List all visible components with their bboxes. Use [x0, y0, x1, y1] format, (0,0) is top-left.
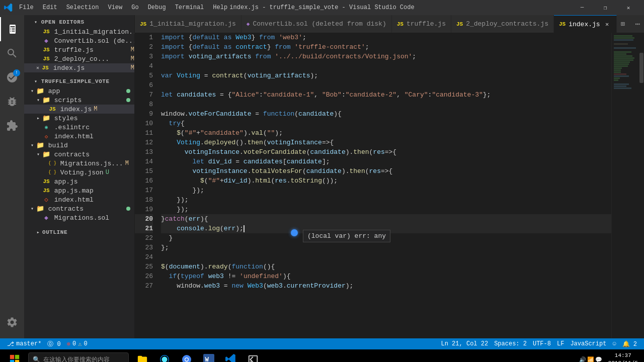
- folder-build[interactable]: ▾ 📁 build: [24, 141, 134, 150]
- systray-icon[interactable]: 🔊: [579, 356, 586, 363]
- folder-icon: 📁: [36, 87, 44, 95]
- status-notifications[interactable]: 🔔 2: [619, 338, 640, 349]
- taskbar-chrome[interactable]: [176, 350, 197, 362]
- menu-view[interactable]: View: [104, 3, 126, 12]
- taskbar-vscode[interactable]: [220, 350, 242, 362]
- menu-selection[interactable]: Selection: [62, 3, 103, 12]
- tab-1-initial-migration[interactable]: JS 1_initial_migration.js: [135, 15, 242, 33]
- taskbar-file-explorer[interactable]: [132, 350, 153, 362]
- restore-button[interactable]: ❐: [594, 0, 617, 15]
- start-button[interactable]: [2, 350, 27, 362]
- folder-icon: 📁: [36, 141, 44, 149]
- activity-settings[interactable]: [0, 310, 24, 334]
- close-icon[interactable]: ✕: [34, 65, 41, 71]
- file-index-html[interactable]: ▸ ◇ index.html: [24, 132, 134, 141]
- status-position[interactable]: Ln 21, Col 22: [438, 338, 492, 349]
- menu-go[interactable]: Go: [127, 3, 142, 12]
- file-migrations-js[interactable]: ▸ { } Migrations.js... M: [24, 159, 134, 168]
- root-folder-header[interactable]: ▾ TRUFFLE_SIMPLE_VOTE: [24, 74, 134, 86]
- file-index-js[interactable]: ▸ JS index.js M: [24, 105, 134, 114]
- status-sync[interactable]: ⓪ 0: [44, 338, 63, 349]
- minimize-button[interactable]: ─: [571, 0, 594, 15]
- tab-index-js[interactable]: JS index.js ✕: [554, 15, 617, 33]
- taskbar-edge[interactable]: [154, 350, 175, 362]
- file-migrations-sol[interactable]: ▸ ◆ Migrations.sol: [24, 213, 134, 222]
- folder-icon: 📁: [36, 205, 44, 213]
- code-line: [161, 80, 611, 90]
- code-content[interactable]: import {default as Web3} from 'web3'; im…: [157, 33, 611, 338]
- minimap[interactable]: [611, 33, 639, 338]
- tab-convertlib[interactable]: ◆ ConvertLib.sol (deleted from disk): [242, 15, 392, 33]
- tab-truffle[interactable]: JS truffle.js: [392, 15, 451, 33]
- file-app-js[interactable]: ▸ JS app.js: [24, 177, 134, 186]
- status-line-ending[interactable]: LF: [554, 338, 567, 349]
- folder-app[interactable]: ▾ 📁 app: [24, 86, 134, 96]
- status-bar: ⎇ master* ⓪ 0 ⊗ 0 ⚠ 0 Ln 21, Col 22 Spac…: [0, 338, 644, 349]
- code-line: [161, 252, 611, 262]
- main-layout: ! ▾ OPEN EDITORS ▸ JS 1_initial_migratio…: [0, 15, 644, 338]
- menu-edit[interactable]: Edit: [39, 3, 61, 12]
- status-language[interactable]: JavaScript: [567, 338, 609, 349]
- git-status-dot: [126, 89, 130, 93]
- tab-2-deploy[interactable]: JS 2_deploy_contracts.js: [451, 15, 554, 33]
- git-status-dot: [126, 207, 130, 211]
- menu-terminal[interactable]: Terminal: [171, 3, 208, 12]
- menu-debug[interactable]: Debug: [144, 3, 170, 12]
- status-feedback[interactable]: ☺: [609, 338, 619, 349]
- json-file-icon: { }: [48, 159, 56, 167]
- activity-debug[interactable]: [0, 89, 24, 114]
- outline-section-header[interactable]: ▸ OUTLINE: [24, 226, 134, 237]
- tab-split-button[interactable]: ⊞: [617, 15, 629, 33]
- open-editor-item[interactable]: ▸ JS 2_deploy_co... M: [24, 54, 134, 63]
- tabs-bar: JS 1_initial_migration.js ◆ ConvertLib.s…: [135, 15, 644, 33]
- vertical-scrollbar[interactable]: [639, 33, 644, 338]
- open-editor-item-active[interactable]: ✕ JS index.js M: [24, 63, 134, 72]
- code-line: if(typeof web3 != 'undefined'){: [161, 272, 611, 281]
- folder-contracts-build[interactable]: ▾ 📁 contracts: [24, 150, 134, 159]
- folder-styles[interactable]: ▸ 📁 styles: [24, 114, 134, 123]
- menu-help[interactable]: Help: [209, 3, 231, 12]
- folder-contracts-root[interactable]: ▾ 📁 contracts: [24, 204, 134, 213]
- menu-file[interactable]: File: [15, 3, 38, 12]
- activity-extensions[interactable]: [0, 114, 24, 138]
- status-spaces[interactable]: Spaces: 2: [491, 338, 530, 349]
- taskbar-search[interactable]: 🔍 在这输入你要搜索的内容: [28, 352, 129, 362]
- scrollbar-thumb[interactable]: [639, 53, 643, 83]
- sol-tab-icon: ◆: [247, 21, 250, 27]
- taskbar-terminal[interactable]: [243, 350, 264, 362]
- open-editor-item[interactable]: ▸ JS 1_initial_migration...: [24, 27, 134, 36]
- status-left: ⎇ master* ⓪ 0 ⊗ 0 ⚠ 0: [4, 338, 91, 349]
- window-title: index.js - truffle_simple_vote - Visual …: [229, 4, 414, 11]
- file-eslintrc[interactable]: ▸ ◉ .eslintrc: [24, 123, 134, 132]
- open-editor-item[interactable]: ▸ JS truffle.js M: [24, 45, 134, 54]
- taskbar-clock[interactable]: 14:37 2018/11/5: [604, 352, 642, 362]
- status-encoding[interactable]: UTF-8: [530, 338, 554, 349]
- file-index-html-build[interactable]: ▸ ◇ index.html: [24, 195, 134, 204]
- close-button[interactable]: ✕: [617, 0, 640, 15]
- file-voting-json[interactable]: ▸ { } Voting.json U: [24, 168, 134, 177]
- folder-icon: 📁: [42, 96, 50, 104]
- cursor-dot: [291, 229, 298, 236]
- tab-close-icon[interactable]: ✕: [603, 20, 611, 28]
- git-branch-icon: ⎇: [7, 340, 14, 348]
- sol-file-icon: ◆: [42, 37, 50, 45]
- eslint-icon: ◉: [42, 123, 50, 131]
- open-editor-item[interactable]: ▸ ◆ ConvertLib.sol (de...: [24, 36, 134, 45]
- warning-icon: ⚠: [78, 340, 82, 348]
- svg-rect-2: [10, 360, 14, 362]
- activity-search[interactable]: [0, 41, 24, 65]
- folder-scripts[interactable]: ▾ 📁 scripts: [24, 96, 134, 105]
- tab-more-button[interactable]: ⋯: [631, 15, 644, 33]
- taskbar-word[interactable]: W: [198, 350, 219, 362]
- open-editors-header[interactable]: ▾ OPEN EDITORS: [24, 15, 134, 27]
- activity-git[interactable]: !: [0, 65, 24, 89]
- file-app-js-map[interactable]: ▸ JS app.js.map: [24, 186, 134, 195]
- network-icon[interactable]: 📶: [587, 356, 594, 363]
- sol-file-icon: ◆: [42, 214, 50, 222]
- activity-explorer[interactable]: [0, 17, 24, 41]
- status-right: Ln 21, Col 22 Spaces: 2 UTF-8 LF JavaScr…: [438, 338, 640, 349]
- action-center-icon[interactable]: 💬: [595, 356, 602, 363]
- status-branch[interactable]: ⎇ master*: [4, 338, 44, 349]
- modified-badge: M: [125, 160, 129, 167]
- status-errors[interactable]: ⊗ 0 ⚠ 0: [64, 338, 91, 349]
